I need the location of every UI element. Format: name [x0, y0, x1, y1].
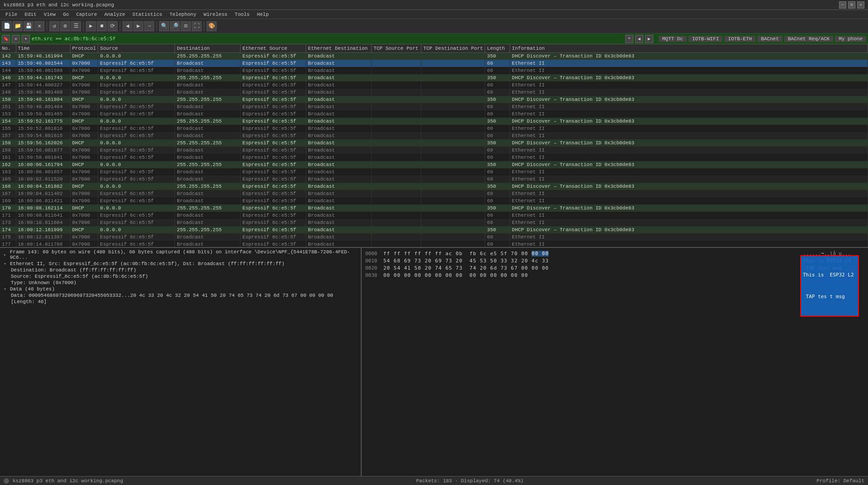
menu-help[interactable]: Help — [253, 11, 272, 18]
toolbar-colorize-icon[interactable]: 🎨 — [207, 21, 217, 31]
tab-bacnet[interactable]: BACnet — [757, 36, 783, 42]
filter-add-button[interactable]: + — [625, 35, 633, 43]
table-cell: Broadcast — [306, 147, 372, 154]
filter-dropdown-icon[interactable]: ▾ — [22, 35, 30, 43]
toolbar-fullscreen-icon[interactable]: ⛶ — [192, 21, 202, 31]
table-row[interactable]: 14415:59:40.8015860x7000Espressif 6c:e5:… — [0, 67, 868, 74]
table-row[interactable]: 17116:00:08.8116410x7000Espressif 6c:e5:… — [0, 212, 868, 219]
menu-tools[interactable]: Tools — [231, 11, 253, 18]
tab-iotb-wifi[interactable]: IOTB-WIFI — [689, 36, 722, 42]
table-row[interactable]: 16616:00:04.161882DHCP0.0.0.0255.255.255… — [0, 183, 868, 190]
col-header-eth-dst[interactable]: Ethernet Destination — [306, 44, 372, 52]
detail-data-value[interactable]: Data: 0000546869732069697320455053332...… — [0, 292, 361, 299]
toolbar-close-icon[interactable]: ✕ — [34, 21, 44, 31]
toolbar-start-icon[interactable]: ▶ — [86, 21, 96, 31]
toolbar-open-icon[interactable]: 📁 — [13, 21, 23, 31]
filter-bookmark-icon[interactable]: 🔖 — [2, 35, 10, 43]
packet-details[interactable]: ▸ Frame 143: 60 bytes on wire (480 bits)… — [0, 248, 362, 476]
menu-capture[interactable]: Capture — [72, 11, 100, 18]
toolbar-zoom-in-icon[interactable]: 🔍 — [159, 21, 169, 31]
col-header-info[interactable]: Information — [510, 44, 868, 52]
filter-nav-prev-icon[interactable]: ◀ — [635, 35, 643, 43]
menu-file[interactable]: File — [2, 11, 21, 18]
col-header-tcp-sport[interactable]: TCP Source Port — [372, 44, 421, 52]
packet-list[interactable]: No. Time Protocol Source Destination Eth… — [0, 44, 868, 248]
table-row[interactable]: 14915:59:46.8014600x7000Espressif 6c:e5:… — [0, 89, 868, 96]
toolbar: 📄 📁 💾 ✕ ↺ ⚙ ☰ ▶ ■ ⟳ ◀ ▶ → 🔍 🔎 ⊡ ⛶ 🎨 — [0, 19, 868, 33]
table-row[interactable]: 15815:59:56.162026DHCP0.0.0.0255.255.255… — [0, 139, 868, 147]
table-row[interactable]: 16516:00:02.8115200x7000Espressif 6c:e5:… — [0, 176, 868, 183]
maximize-button[interactable]: ⊡ — [848, 1, 855, 9]
table-row[interactable]: 15415:59:52.161775DHCP0.0.0.0255.255.255… — [0, 118, 868, 125]
toolbar-forward-icon[interactable]: ▶ — [133, 21, 143, 31]
table-row[interactable]: 15915:59:56.8018770x7000Espressif 6c:e5:… — [0, 147, 868, 154]
toolbar-settings-icon[interactable]: ⚙ — [60, 21, 70, 31]
menu-wireless[interactable]: Wireless — [200, 11, 231, 18]
col-header-length[interactable]: Length — [485, 44, 510, 52]
table-cell — [421, 212, 485, 219]
toolbar-zoom-out-icon[interactable]: 🔎 — [170, 21, 180, 31]
toolbar-restart-icon[interactable]: ⟳ — [108, 21, 118, 31]
filter-clear-button[interactable]: ✕ — [12, 35, 20, 43]
menu-telephony[interactable]: Telephony — [166, 11, 200, 18]
table-row[interactable]: 15715:59:54.8016150x7000Espressif 6c:e5:… — [0, 132, 868, 139]
table-row[interactable]: 16916:00:06.8114210x7000Espressif 6c:e5:… — [0, 197, 868, 204]
table-row[interactable]: 16716:00:04.8114020x7000Espressif 6c:e5:… — [0, 190, 868, 197]
hex-dump[interactable]: 0000 ff ff ff ff ff ff ac 0b fb 6c e5 5f… — [362, 248, 800, 476]
toolbar-preferences-icon[interactable]: ☰ — [71, 21, 81, 31]
table-row[interactable]: 17016:00:08.162114DHCP0.0.0.0255.255.255… — [0, 204, 868, 212]
table-row[interactable]: 15015:59:48.161804DHCP0.0.0.0255.255.255… — [0, 96, 868, 103]
menu-statistics[interactable]: Statistics — [129, 11, 166, 18]
close-button[interactable]: ✕ — [857, 1, 864, 9]
detail-destination[interactable]: Destination: Broadcast (ff:ff:ff:ff:ff:f… — [0, 267, 361, 273]
table-row[interactable]: 17316:00:10.8116640x7000Espressif 6c:e5:… — [0, 219, 868, 226]
table-row[interactable]: 15515:59:52.8018160x7000Espressif 6c:e5:… — [0, 125, 868, 132]
col-header-protocol[interactable]: Protocol — [70, 44, 98, 52]
table-row[interactable]: 16316:00:00.8016570x7000Espressif 6c:e5:… — [0, 168, 868, 176]
menu-analyze[interactable]: Analyze — [101, 11, 129, 18]
col-header-destination[interactable]: Destination — [175, 44, 241, 52]
tab-bacnet-req[interactable]: BACnet Req/ACK — [784, 36, 833, 42]
tab-iotb-eth[interactable]: IOTB-ETH — [724, 36, 755, 42]
col-header-tcp-dport[interactable]: TCP Destination Port — [421, 44, 485, 52]
table-row[interactable]: 14315:59:40.8015440x7000Espressif 6c:e5:… — [0, 60, 868, 67]
toolbar-zoom-reset-icon[interactable]: ⊡ — [181, 21, 191, 31]
tab-my-phone[interactable]: My phone — [835, 36, 866, 42]
table-row[interactable]: 14215:59:40.161994DHCP0.0.0.0255.255.255… — [0, 52, 868, 60]
detail-ethernet[interactable]: ▾ Ethernet II, Src: Espressif_6c:e5:5f (… — [0, 261, 361, 267]
table-cell: Ethernet II — [510, 233, 868, 241]
menu-go[interactable]: Go — [59, 11, 72, 18]
expand-data-icon: ▾ — [4, 286, 8, 292]
toolbar-save-icon[interactable]: 💾 — [24, 21, 33, 31]
filter-nav-next-icon[interactable]: ▶ — [645, 35, 653, 43]
toolbar-new-icon[interactable]: 📄 — [2, 21, 12, 31]
toolbar-stop-icon[interactable]: ■ — [97, 21, 107, 31]
toolbar-reload-icon[interactable]: ↺ — [49, 21, 59, 31]
table-row[interactable]: 17416:00:12.161999DHCP0.0.0.0255.255.255… — [0, 226, 868, 233]
table-row[interactable]: 14615:59:44.161743DHCP0.0.0.0255.255.255… — [0, 74, 868, 81]
table-row[interactable]: 17716:00:14.8117860x7000Espressif 6c:e5:… — [0, 241, 868, 248]
toolbar-goto-icon[interactable]: → — [144, 21, 154, 31]
table-row[interactable]: 17516:00:12.8113970x7000Espressif 6c:e5:… — [0, 233, 868, 241]
minimize-button[interactable]: — — [839, 1, 846, 9]
table-row[interactable]: 15315:59:50.8014650x7000Espressif 6c:e5:… — [0, 110, 868, 118]
col-header-eth-src[interactable]: Ethernet Source — [241, 44, 306, 52]
table-row[interactable]: 16115:59:58.8018410x7000Espressif 6c:e5:… — [0, 154, 868, 161]
detail-length[interactable]: [Length: 46] — [0, 299, 361, 305]
tab-mqtt-dc[interactable]: MQTT Dc — [659, 36, 687, 42]
toolbar-back-icon[interactable]: ◀ — [123, 21, 132, 31]
detail-frame[interactable]: ▸ Frame 143: 60 bytes on wire (480 bits)… — [0, 249, 361, 261]
detail-data[interactable]: ▾ Data (46 bytes) — [0, 286, 361, 292]
table-row[interactable]: 14715:59:44.8003270x7000Espressif 6c:e5:… — [0, 81, 868, 89]
detail-type[interactable]: Type: Unknown (0x7000) — [0, 280, 361, 286]
table-row[interactable]: 15115:59:48.8014640x7000Espressif 6c:e5:… — [0, 103, 868, 110]
col-header-no[interactable]: No. — [0, 44, 16, 52]
menu-edit[interactable]: Edit — [21, 11, 40, 18]
detail-source[interactable]: Source: Espressif_6c:e5:5f (ac:0b:fb:6c:… — [0, 273, 361, 280]
filter-input[interactable] — [32, 36, 623, 42]
table-cell — [421, 190, 485, 197]
col-header-source[interactable]: Source — [98, 44, 175, 52]
menu-view[interactable]: View — [40, 11, 59, 18]
col-header-time[interactable]: Time — [16, 44, 70, 52]
table-row[interactable]: 16216:00:00.161794DHCP0.0.0.0255.255.255… — [0, 161, 868, 168]
